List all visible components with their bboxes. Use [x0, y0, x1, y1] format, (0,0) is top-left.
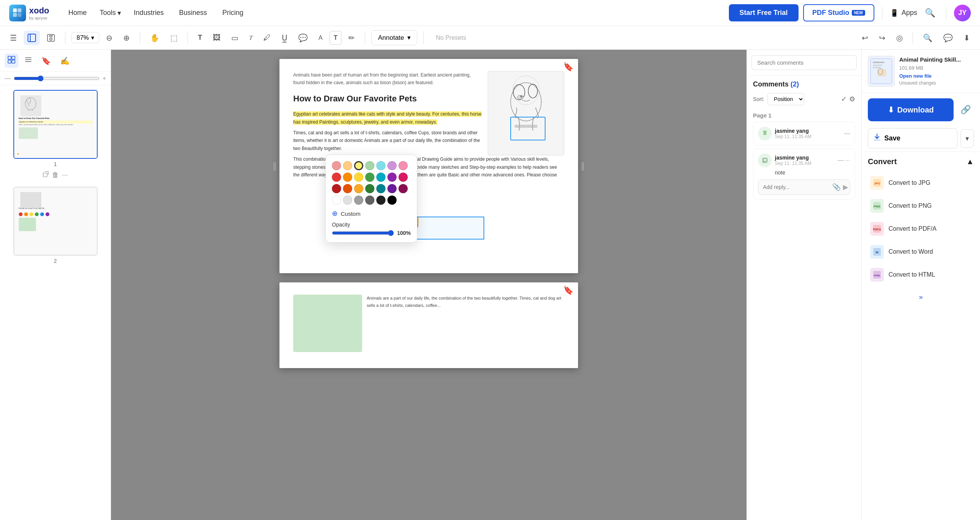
search-icon-button[interactable]: 🔍: [922, 5, 938, 21]
apps-button[interactable]: 📱 Apps: [890, 9, 917, 17]
save-file-button[interactable]: [43, 31, 59, 45]
reply-input[interactable]: [763, 184, 830, 190]
color-dot-red[interactable]: [332, 173, 341, 182]
search-button[interactable]: 🔍: [919, 30, 936, 46]
comment-collapse-button-1[interactable]: —: [844, 130, 850, 137]
bookmark-icon-1[interactable]: 🔖: [563, 62, 573, 72]
convert-to-png-button[interactable]: PNG Convert to PNG: [868, 194, 974, 217]
thumb-add-button-1[interactable]: [43, 171, 49, 179]
color-dot-orange-light[interactable]: [343, 161, 352, 170]
page-handle-right[interactable]: ‖: [581, 161, 585, 171]
convert-to-html-button[interactable]: HTML Convert to HTML: [868, 263, 974, 286]
color-dot-pink-light[interactable]: [332, 161, 341, 170]
save-expand-button[interactable]: ▾: [960, 129, 974, 148]
more-convert-options-button[interactable]: »: [868, 289, 974, 305]
zoom-out-button[interactable]: ⊖: [102, 30, 116, 46]
pdf-studio-button[interactable]: PDF Studio NEW: [803, 4, 874, 21]
color-dot-near-black[interactable]: [376, 196, 385, 205]
color-dot-rose-light[interactable]: [399, 161, 408, 170]
color-dot-cyan[interactable]: [376, 173, 385, 182]
text-field-button[interactable]: 𝑇: [245, 31, 256, 44]
canvas-area[interactable]: 🔖 ‖ ‖: [111, 50, 746, 520]
convert-to-jpg-button[interactable]: JPG Convert to JPG: [868, 171, 974, 194]
nav-pricing[interactable]: Pricing: [216, 6, 250, 20]
stamp-tool-button[interactable]: A: [315, 31, 327, 44]
color-dot-rose[interactable]: [399, 173, 408, 182]
color-dot-teal-dark[interactable]: [376, 184, 385, 193]
hamburger-button[interactable]: ☰: [6, 30, 21, 46]
nav-business[interactable]: Business: [172, 6, 214, 20]
comments-search-input[interactable]: [751, 55, 857, 70]
thumbnail-page-1[interactable]: How to Draw Our Favorite Pets Egyptian a…: [3, 90, 108, 181]
color-dot-rose-dark[interactable]: [399, 184, 408, 193]
thumbnail-view-button[interactable]: [5, 54, 18, 68]
color-dot-black[interactable]: [387, 196, 397, 205]
signature-view-button[interactable]: ✍: [57, 54, 73, 68]
bookmark-icon-2[interactable]: 🔖: [563, 285, 573, 295]
open-new-file-link[interactable]: Open new file: [899, 73, 974, 79]
image-tool-button[interactable]: 🖼: [209, 30, 224, 45]
nav-tools-dropdown[interactable]: Tools ▾: [95, 6, 126, 20]
nav-home[interactable]: Home: [62, 6, 94, 20]
color-dot-gray[interactable]: [354, 196, 363, 205]
comment-collapse-button-2[interactable]: —: [838, 157, 844, 164]
logo[interactable]: xodo by apryse: [9, 5, 49, 21]
zoom-in-button[interactable]: ⊕: [119, 30, 134, 46]
color-dot-yellow-light[interactable]: [354, 161, 363, 170]
thumb-delete-button-1[interactable]: 🗑: [52, 171, 59, 179]
thumb-more-button-1[interactable]: ···: [62, 171, 68, 179]
nav-industries[interactable]: Industries: [127, 6, 171, 20]
convert-header[interactable]: Convert ▲: [868, 157, 974, 166]
color-dot-green-dark[interactable]: [365, 184, 374, 193]
text-tool-button[interactable]: T: [194, 31, 206, 45]
page-handle-left[interactable]: ‖: [273, 161, 277, 171]
selection-tool-button[interactable]: ⬚: [167, 30, 181, 46]
undo-button[interactable]: ↩: [858, 30, 872, 46]
opacity-slider-input[interactable]: [332, 230, 394, 236]
sort-select[interactable]: Position Date Author: [768, 93, 804, 105]
color-dot-white[interactable]: [332, 196, 341, 205]
color-dot-orange[interactable]: [343, 173, 352, 182]
color-dot-yellow[interactable]: [354, 173, 363, 182]
color-dot-cyan-light[interactable]: [376, 161, 385, 170]
annotate-dropdown[interactable]: Annotate ▾: [371, 30, 417, 45]
send-icon[interactable]: ▶: [843, 183, 848, 191]
color-dot-orange-dark[interactable]: [343, 184, 352, 193]
download-toolbar-button[interactable]: ⬇: [960, 30, 974, 46]
color-dot-purple-dark[interactable]: [387, 184, 397, 193]
hand-tool-button[interactable]: ✋: [146, 30, 163, 46]
convert-to-pdfa-button[interactable]: PDF/A Convert to PDF/A: [868, 217, 974, 240]
convert-to-word-button[interactable]: W Convert to Word: [868, 240, 974, 263]
start-free-trial-button[interactable]: Start Free Trial: [729, 4, 799, 21]
copy-link-button[interactable]: 🔗: [957, 103, 974, 116]
attach-icon[interactable]: 📎: [832, 183, 841, 191]
list-view-button[interactable]: [21, 54, 35, 68]
comments-toggle-button[interactable]: 💬: [939, 30, 957, 46]
color-dot-green[interactable]: [365, 173, 374, 182]
size-slider-input[interactable]: [14, 75, 100, 82]
color-dot-green-light[interactable]: [365, 161, 374, 170]
zoom-selector[interactable]: 87% ▾: [72, 32, 99, 43]
underline-tool-button[interactable]: U̲: [278, 30, 291, 46]
text-box-button[interactable]: T: [330, 31, 342, 45]
highlight-tool-button[interactable]: 🖊: [260, 30, 275, 45]
sidebar-toggle-button[interactable]: [24, 31, 40, 45]
sort-check-button[interactable]: ✓: [841, 95, 847, 103]
sticky-note-button[interactable]: 💬: [294, 30, 312, 46]
color-dot-light-gray[interactable]: [343, 196, 352, 205]
bookmark-view-button[interactable]: 🔖: [38, 54, 54, 68]
clear-button[interactable]: ◎: [892, 30, 906, 46]
color-dot-purple[interactable]: [387, 173, 397, 182]
custom-color-button[interactable]: ⊕ Custom: [332, 209, 411, 218]
color-dot-purple-light[interactable]: [387, 161, 397, 170]
redo-button[interactable]: ↪: [875, 30, 889, 46]
comment-more-button-2[interactable]: ···: [845, 157, 850, 164]
download-button[interactable]: ⬇ Download: [868, 98, 954, 121]
sort-filter-button[interactable]: ⚙: [849, 95, 855, 103]
thumbnail-page-2[interactable]: Animals are a part of our daily life...: [3, 187, 108, 264]
color-dot-red-dark[interactable]: [332, 184, 341, 193]
color-dot-dark-gray[interactable]: [365, 196, 374, 205]
signature-tool-button[interactable]: ✏: [345, 30, 359, 46]
color-dot-amber-dark[interactable]: [354, 184, 363, 193]
shape-tool-button[interactable]: ▭: [227, 30, 242, 46]
